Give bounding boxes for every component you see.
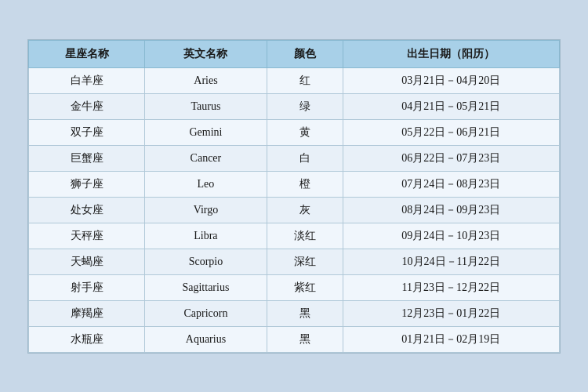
table-cell: 绿: [267, 93, 343, 119]
col-header-chinese-name: 星座名称: [29, 40, 145, 67]
zodiac-table: 星座名称 英文名称 颜色 出生日期（阳历） 白羊座Aries红03月21日－04…: [28, 40, 560, 353]
table-row: 天秤座Libra淡红09月24日－10月23日: [29, 223, 560, 249]
table-cell: Sagittarius: [145, 274, 267, 300]
table-cell: 处女座: [29, 197, 145, 223]
table-cell: 08月24日－09月23日: [343, 197, 559, 223]
table-cell: 09月24日－10月23日: [343, 223, 559, 249]
table-cell: Aries: [145, 67, 267, 93]
table-row: 摩羯座Capricorn黑12月23日－01月22日: [29, 300, 560, 326]
table-cell: 05月22日－06月21日: [343, 119, 559, 145]
table-row: 处女座Virgo灰08月24日－09月23日: [29, 197, 560, 223]
table-cell: 12月23日－01月22日: [343, 300, 559, 326]
table-cell: 狮子座: [29, 171, 145, 197]
table-cell: Taurus: [145, 93, 267, 119]
table-cell: 07月24日－08月23日: [343, 171, 559, 197]
zodiac-table-wrapper: 星座名称 英文名称 颜色 出生日期（阳历） 白羊座Aries红03月21日－04…: [27, 39, 561, 354]
table-cell: Libra: [145, 223, 267, 249]
table-cell: 双子座: [29, 119, 145, 145]
table-cell: 橙: [267, 171, 343, 197]
table-cell: 天蝎座: [29, 249, 145, 274]
table-cell: 巨蟹座: [29, 145, 145, 171]
table-cell: 天秤座: [29, 223, 145, 249]
table-cell: 11月23日－12月22日: [343, 274, 559, 300]
table-row: 金牛座Taurus绿04月21日－05月21日: [29, 93, 560, 119]
table-row: 狮子座Leo橙07月24日－08月23日: [29, 171, 560, 197]
table-cell: Gemini: [145, 119, 267, 145]
table-row: 巨蟹座Cancer白06月22日－07月23日: [29, 145, 560, 171]
table-cell: 射手座: [29, 274, 145, 300]
table-cell: 金牛座: [29, 93, 145, 119]
table-cell: Aquarius: [145, 326, 267, 352]
table-row: 双子座Gemini黄05月22日－06月21日: [29, 119, 560, 145]
table-cell: 水瓶座: [29, 326, 145, 352]
table-cell: 黄: [267, 119, 343, 145]
table-cell: 03月21日－04月20日: [343, 67, 559, 93]
table-cell: 紫红: [267, 274, 343, 300]
table-cell: 白羊座: [29, 67, 145, 93]
table-row: 射手座Sagittarius紫红11月23日－12月22日: [29, 274, 560, 300]
table-cell: 白: [267, 145, 343, 171]
table-cell: Leo: [145, 171, 267, 197]
table-row: 水瓶座Aquarius黑01月21日－02月19日: [29, 326, 560, 352]
table-cell: 淡红: [267, 223, 343, 249]
table-cell: 黑: [267, 300, 343, 326]
table-cell: 06月22日－07月23日: [343, 145, 559, 171]
table-cell: 10月24日－11月22日: [343, 249, 559, 274]
table-cell: 红: [267, 67, 343, 93]
table-cell: 灰: [267, 197, 343, 223]
col-header-birthdate: 出生日期（阳历）: [343, 40, 559, 67]
col-header-color: 颜色: [267, 40, 343, 67]
table-cell: Scorpio: [145, 249, 267, 274]
table-cell: 黑: [267, 326, 343, 352]
table-cell: 深红: [267, 249, 343, 274]
col-header-english-name: 英文名称: [145, 40, 267, 67]
table-header-row: 星座名称 英文名称 颜色 出生日期（阳历）: [29, 40, 560, 67]
table-cell: 04月21日－05月21日: [343, 93, 559, 119]
table-row: 白羊座Aries红03月21日－04月20日: [29, 67, 560, 93]
table-cell: 摩羯座: [29, 300, 145, 326]
table-cell: Virgo: [145, 197, 267, 223]
table-cell: Capricorn: [145, 300, 267, 326]
table-cell: Cancer: [145, 145, 267, 171]
table-cell: 01月21日－02月19日: [343, 326, 559, 352]
table-row: 天蝎座Scorpio深红10月24日－11月22日: [29, 249, 560, 274]
